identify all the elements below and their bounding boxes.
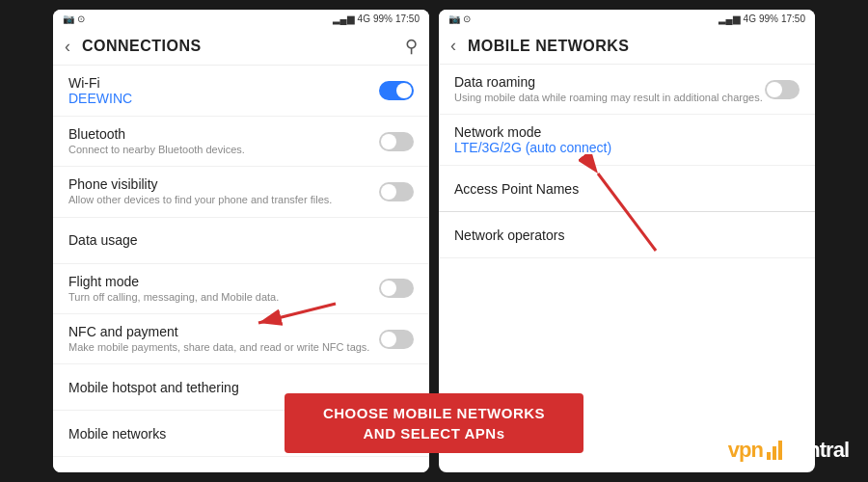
back-button-1[interactable]: ‹ bbox=[65, 37, 70, 57]
phone-visibility-toggle[interactable] bbox=[379, 182, 414, 201]
nfc-info: NFC and payment Make mobile payments, sh… bbox=[68, 324, 379, 354]
time-1: 17:50 bbox=[395, 13, 420, 24]
status-right-2: ▂▄▆ 4G 99% 17:50 bbox=[719, 13, 805, 24]
vpn-text: vpn bbox=[728, 438, 763, 463]
sim-icon-2: 📷 bbox=[448, 13, 460, 24]
bar-1 bbox=[767, 452, 771, 460]
signal-bars-2: ▂▄▆ bbox=[719, 13, 741, 24]
header-1: ‹ CONNECTIONS ⚲ bbox=[53, 28, 429, 66]
signal-type-1: 4G bbox=[358, 13, 370, 24]
bluetooth-name: Bluetooth bbox=[68, 126, 379, 142]
search-icon-1[interactable]: ⚲ bbox=[405, 36, 418, 57]
list-item[interactable]: Data usage bbox=[53, 218, 429, 264]
list-item[interactable]: Phone visibility Allow other devices to … bbox=[53, 167, 429, 217]
data-roaming-desc: Using mobile data while roaming may resu… bbox=[454, 91, 765, 104]
phone-visibility-name: Phone visibility bbox=[68, 176, 379, 192]
nfc-desc: Make mobile payments, share data, and re… bbox=[68, 340, 379, 354]
status-bar-2: 📷 ⊙ ▂▄▆ 4G 99% 17:50 bbox=[439, 10, 815, 28]
banner-line1: CHOOSE MOBILE NETWORKS bbox=[304, 403, 564, 423]
list-item[interactable]: Flight mode Turn off calling, messaging,… bbox=[53, 264, 429, 314]
flight-mode-name: Flight mode bbox=[68, 274, 379, 289]
network-operators-item[interactable]: Network operators bbox=[439, 212, 815, 258]
phone-visibility-info: Phone visibility Allow other devices to … bbox=[68, 176, 379, 206]
central-text: central bbox=[786, 438, 849, 463]
flight-mode-desc: Turn off calling, messaging, and Mobile … bbox=[68, 290, 379, 304]
data-usage-info: Data usage bbox=[68, 232, 414, 248]
bar-3 bbox=[778, 441, 782, 460]
phone-visibility-desc: Allow other devices to find your phone a… bbox=[68, 193, 379, 206]
apn-name: Access Point Names bbox=[454, 181, 800, 197]
page-title-1: CONNECTIONS bbox=[82, 38, 405, 55]
network-mode-item[interactable]: Network mode LTE/3G/2G (auto connect) bbox=[439, 115, 815, 166]
network-mode-value: LTE/3G/2G (auto connect) bbox=[454, 140, 800, 155]
flight-mode-info: Flight mode Turn off calling, messaging,… bbox=[68, 274, 379, 304]
status-bar-1: 📷 ⊙ ▂▄▆ 4G 99% 17:50 bbox=[53, 10, 429, 28]
battery-1: 99% bbox=[373, 13, 393, 24]
battery-2: 99% bbox=[759, 13, 778, 24]
status-right-1: ▂▄▆ 4G 99% 17:50 bbox=[333, 13, 420, 24]
list-item[interactable]: Wi-Fi DEEWINC bbox=[53, 66, 429, 117]
network-mode-info: Network mode LTE/3G/2G (auto connect) bbox=[454, 124, 800, 155]
nfc-toggle[interactable] bbox=[379, 330, 414, 349]
list-item[interactable]: NFC and payment Make mobile payments, sh… bbox=[53, 314, 429, 364]
data-roaming-name: Data roaming bbox=[454, 74, 765, 90]
network-operators-name: Network operators bbox=[454, 228, 800, 243]
sim-icon-1: 📷 bbox=[63, 13, 74, 24]
signal-icon-2: ⊙ bbox=[463, 13, 471, 24]
data-roaming-info: Data roaming Using mobile data while roa… bbox=[454, 74, 765, 104]
bluetooth-desc: Connect to nearby Bluetooth devices. bbox=[68, 143, 379, 156]
bluetooth-toggle[interactable] bbox=[379, 132, 414, 151]
banner-line2: AND SELECT APNs bbox=[304, 423, 564, 443]
back-button-2[interactable]: ‹ bbox=[450, 36, 456, 56]
vpn-bar-icon bbox=[767, 441, 782, 460]
signal-type-2: 4G bbox=[744, 13, 756, 24]
wifi-toggle[interactable] bbox=[379, 81, 414, 100]
apn-item[interactable]: Access Point Names bbox=[439, 166, 815, 212]
time-2: 17:50 bbox=[781, 13, 805, 24]
signal-bars-1: ▂▄▆ bbox=[333, 13, 355, 24]
header-2: ‹ MOBILE NETWORKS bbox=[439, 28, 815, 65]
list-item[interactable]: Bluetooth Connect to nearby Bluetooth de… bbox=[53, 117, 429, 167]
vpn-central-logo: vpn central bbox=[728, 438, 849, 463]
bar-2 bbox=[773, 446, 776, 460]
instruction-banner: CHOOSE MOBILE NETWORKS AND SELECT APNs bbox=[285, 393, 583, 453]
status-left-2: 📷 ⊙ bbox=[448, 13, 471, 24]
wifi-info: Wi-Fi DEEWINC bbox=[68, 75, 379, 106]
status-left-1: 📷 ⊙ bbox=[63, 13, 85, 24]
network-mode-name: Network mode bbox=[454, 124, 800, 140]
data-roaming-item[interactable]: Data roaming Using mobile data while roa… bbox=[439, 65, 815, 115]
wifi-name: Wi-Fi bbox=[68, 75, 379, 91]
flight-mode-toggle[interactable] bbox=[379, 279, 414, 298]
settings-list-2: Data roaming Using mobile data while roa… bbox=[439, 65, 815, 258]
data-usage-name: Data usage bbox=[68, 232, 414, 248]
apn-info: Access Point Names bbox=[454, 181, 800, 197]
nfc-name: NFC and payment bbox=[68, 324, 379, 339]
signal-icon-1: ⊙ bbox=[77, 13, 85, 24]
page-title-2: MOBILE NETWORKS bbox=[468, 38, 803, 55]
bluetooth-info: Bluetooth Connect to nearby Bluetooth de… bbox=[68, 126, 379, 156]
data-roaming-toggle[interactable] bbox=[765, 80, 800, 99]
list-item[interactable]: SIM card manager bbox=[53, 457, 429, 472]
wifi-network: DEEWINC bbox=[68, 91, 379, 106]
network-operators-info: Network operators bbox=[454, 228, 800, 243]
